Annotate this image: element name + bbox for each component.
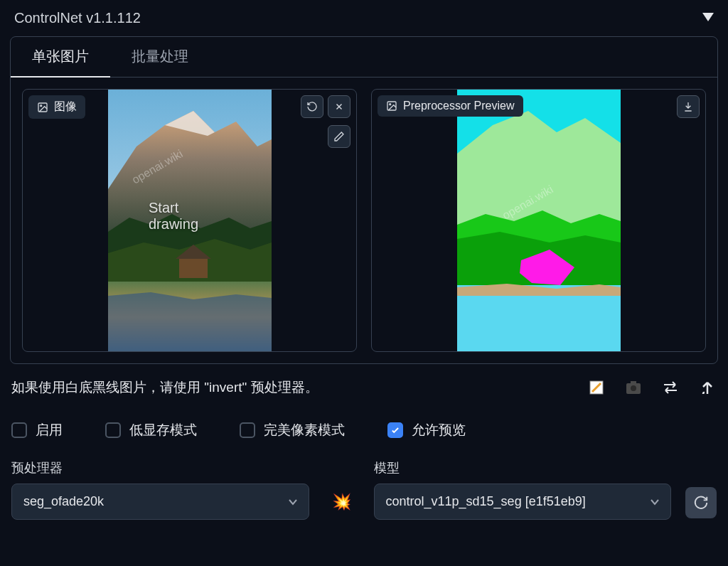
undo-icon [306,101,318,112]
tab-single-image[interactable]: 单张图片 [11,37,110,78]
clear-button[interactable] [328,95,350,118]
download-button[interactable] [677,95,700,118]
checkbox-icon [240,422,255,438]
checkbox-checked-icon [387,422,403,438]
model-select[interactable]: control_v11p_sd15_seg [e1f51eb9] [374,484,672,520]
collapse-icon[interactable] [702,10,714,26]
chevron-down-icon [289,498,297,506]
preprocessor-label: 预处理器 [11,459,309,476]
svg-point-6 [390,104,391,105]
refresh-icon [693,495,709,511]
lowvram-checkbox[interactable]: 低显存模式 [105,421,197,439]
svg-point-12 [631,385,636,391]
draw-hint: Start drawing [149,200,230,233]
camera-button[interactable] [624,378,643,397]
send-button[interactable] [698,378,717,397]
allowpreview-checkbox[interactable]: 允许预览 [387,421,466,439]
image-label: 图像 [28,95,85,119]
refresh-models-button[interactable] [685,487,717,518]
enable-checkbox[interactable]: 启用 [11,421,63,439]
pixelperfect-checkbox[interactable]: 完美像素模式 [240,421,345,439]
new-canvas-button[interactable] [587,378,606,397]
model-label: 模型 [374,459,672,476]
image-icon [37,102,48,113]
checkbox-icon [11,422,27,438]
tab-batch[interactable]: 批量处理 [110,37,210,78]
preview-label: Preprocessor Preview [378,95,523,117]
preview-image: openai.wiki [457,90,621,352]
close-icon [334,102,344,112]
checkbox-icon [105,422,121,438]
swap-button[interactable] [661,378,680,397]
source-image: Start drawing openai.wiki [108,90,272,352]
source-image-box[interactable]: 图像 [22,89,357,352]
preprocessor-select[interactable]: seg_ofade20k [11,484,309,520]
main-panel: 单张图片 批量处理 图像 [10,36,718,364]
preview-image-box: Preprocessor Preview openai.wiki [371,89,706,352]
svg-point-1 [41,105,42,106]
svg-rect-3 [179,257,208,278]
tab-bar: 单张图片 批量处理 [11,37,717,78]
edit-button[interactable] [328,125,350,148]
undo-button[interactable] [301,95,323,118]
run-preprocessor-button[interactable]: 💥 [323,484,360,520]
download-icon [682,101,694,112]
hint-text: 如果使用白底黑线图片，请使用 "invert" 预处理器。 [11,378,318,397]
svg-rect-11 [631,381,636,384]
chevron-down-icon [651,498,659,506]
panel-title: ControlNet v1.1.112 [14,10,141,26]
pencil-icon [333,131,345,142]
image-icon [386,100,397,112]
